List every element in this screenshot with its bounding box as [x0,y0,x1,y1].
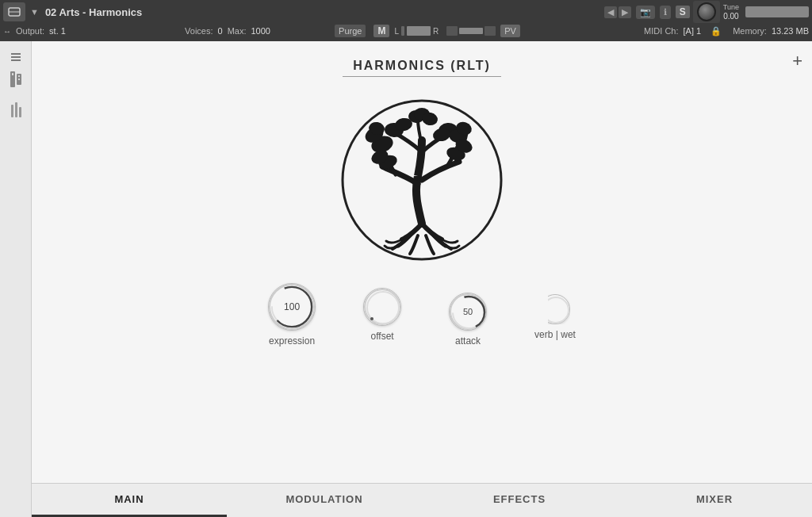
camera-button[interactable]: 📷 [636,6,655,19]
knob-group-offset: offset [363,288,401,342]
left-sidebar [0,41,32,517]
voices-value: 0 [218,26,223,36]
max-label: Max: [228,26,247,36]
attack-knob[interactable]: 50 [449,293,487,331]
expression-value: 100 [284,301,300,312]
level-display [745,6,809,17]
verb-wet-knob[interactable] [540,294,570,324]
main-area: + HARMONICS (RLT) [0,41,812,517]
level-meter: L R [394,26,439,36]
title-underline [343,76,501,77]
top-bar: ▼ 02 Arts - Harmonics ◀ ▶ 📷 ℹ S Tune 0.0… [0,0,812,41]
pv-button[interactable]: PV [500,25,520,37]
level-mid [401,26,404,36]
svg-rect-7 [12,73,13,75]
sidebar-icon-menu[interactable] [5,48,27,67]
max-value: 1000 [251,26,270,36]
expression-knob[interactable]: 100 [268,283,316,331]
expression-label: expression [269,335,315,347]
purge-button[interactable]: Purge [335,25,366,37]
lock-icon: 🔒 [710,26,722,36]
nav-arrows: ◀ ▶ [604,6,631,18]
output-value: st. 1 [49,26,66,36]
tune-knob[interactable] [697,2,716,21]
midi-label: MIDI Ch: [644,26,678,36]
m-button[interactable]: M [373,25,389,37]
offset-label: offset [371,331,394,342]
memory-value: 13.23 MB [772,26,809,36]
svg-rect-11 [15,102,17,117]
vol-slider-plus[interactable] [485,26,496,36]
s-button[interactable]: S [676,6,690,18]
svg-point-36 [543,297,569,323]
svg-rect-10 [11,105,13,117]
right-panel-top: S Tune 0.00 [676,1,809,23]
instrument-icon[interactable] [3,2,25,21]
next-button[interactable]: ▶ [619,6,631,18]
top-row1: ▼ 02 Arts - Harmonics ◀ ▶ 📷 ℹ S Tune 0.0… [3,2,809,22]
vol-slider[interactable] [459,28,483,34]
voices-label: Voices: [185,26,213,36]
sidebar-icon-instrument[interactable] [5,70,27,89]
svg-rect-12 [19,107,21,117]
info-button[interactable]: ℹ [660,6,671,19]
prev-button[interactable]: ◀ [604,6,617,18]
tree-logo [335,93,509,267]
tabs-row: MAIN MODULATION EFFECTS MIXER [32,483,812,517]
offset-knob[interactable] [363,288,401,326]
svg-rect-9 [18,79,20,80]
tab-mixer[interactable]: MIXER [617,484,812,517]
midi-value: [A] 1 [684,26,702,36]
instrument-title: HARMONICS (RLT) [353,59,491,73]
verb-wet-label: verb | wet [534,329,576,340]
knob-group-expression: 100 expression [268,283,316,347]
attack-value: 50 [463,307,473,316]
plus-button[interactable]: + [792,51,802,71]
tune-value: 0.00 [723,12,738,21]
center-content: + HARMONICS (RLT) [32,41,812,517]
tune-area [693,1,720,23]
knob-group-attack: 50 attack [449,293,487,347]
tune-label: Tune [723,3,739,11]
memory-label: Memory: [733,26,767,36]
tab-modulation[interactable]: MODULATION [227,484,422,517]
output-label: Output: [16,26,44,36]
sidebar-icon-bars[interactable] [5,100,27,119]
tab-effects[interactable]: EFFECTS [422,484,617,517]
svg-rect-8 [18,75,20,77]
tab-main[interactable]: MAIN [32,484,227,517]
vol-slider-minus[interactable] [446,26,458,36]
attack-label: attack [455,335,481,347]
window-title: 02 Arts - Harmonics [45,6,142,18]
top-row2: ↔ Output: st. 1 Voices: 0 Max: 1000 Purg… [3,22,809,40]
level-bar-main [407,26,431,36]
title-bar: ▼ 02 Arts - Harmonics [30,6,599,18]
knobs-row: 100 expression offset [268,283,576,353]
svg-point-33 [370,317,373,320]
knob-group-verb-wet: verb | wet [534,294,576,340]
